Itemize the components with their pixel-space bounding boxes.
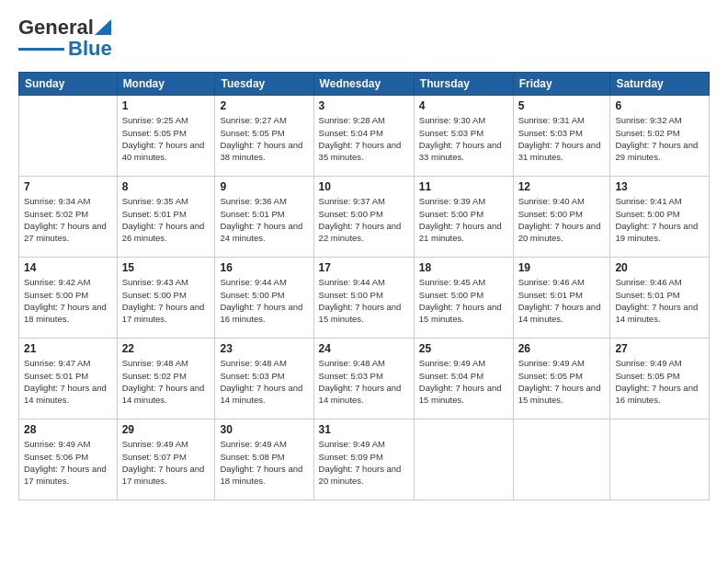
day-number: 18 xyxy=(419,261,508,274)
logo-general-text: General xyxy=(18,17,94,38)
day-detail: Sunrise: 9:49 AM Sunset: 5:07 PM Dayligh… xyxy=(122,438,210,487)
day-number: 27 xyxy=(615,342,704,355)
day-number: 1 xyxy=(122,99,210,112)
calendar-cell: 20Sunrise: 9:46 AM Sunset: 5:01 PM Dayli… xyxy=(610,258,710,339)
day-detail: Sunrise: 9:32 AM Sunset: 5:02 PM Dayligh… xyxy=(615,114,704,163)
day-number: 31 xyxy=(319,423,409,436)
day-number: 2 xyxy=(220,99,308,112)
day-detail: Sunrise: 9:39 AM Sunset: 5:00 PM Dayligh… xyxy=(419,195,508,244)
calendar-cell: 29Sunrise: 9:49 AM Sunset: 5:07 PM Dayli… xyxy=(117,419,215,500)
logo: General Blue xyxy=(18,17,112,61)
col-header-thursday: Thursday xyxy=(414,73,513,96)
day-number: 23 xyxy=(220,342,308,355)
day-number: 10 xyxy=(319,180,409,193)
day-number: 7 xyxy=(24,180,112,193)
calendar-cell: 7Sunrise: 9:34 AM Sunset: 5:02 PM Daylig… xyxy=(19,177,118,258)
logo-triangle-icon xyxy=(95,17,111,35)
day-detail: Sunrise: 9:46 AM Sunset: 5:01 PM Dayligh… xyxy=(615,276,704,325)
day-detail: Sunrise: 9:49 AM Sunset: 5:05 PM Dayligh… xyxy=(518,357,606,406)
svg-marker-0 xyxy=(95,19,111,35)
calendar-cell: 8Sunrise: 9:35 AM Sunset: 5:01 PM Daylig… xyxy=(117,177,215,258)
calendar-cell: 3Sunrise: 9:28 AM Sunset: 5:04 PM Daylig… xyxy=(313,96,414,177)
day-detail: Sunrise: 9:44 AM Sunset: 5:00 PM Dayligh… xyxy=(319,276,409,325)
day-detail: Sunrise: 9:46 AM Sunset: 5:01 PM Dayligh… xyxy=(518,276,606,325)
day-number: 26 xyxy=(518,342,606,355)
calendar-cell: 1Sunrise: 9:25 AM Sunset: 5:05 PM Daylig… xyxy=(117,96,215,177)
day-detail: Sunrise: 9:49 AM Sunset: 5:08 PM Dayligh… xyxy=(220,438,308,487)
calendar-cell: 21Sunrise: 9:47 AM Sunset: 5:01 PM Dayli… xyxy=(19,339,118,419)
day-number: 14 xyxy=(24,261,112,274)
day-number: 3 xyxy=(319,99,409,112)
day-number: 20 xyxy=(615,261,704,274)
calendar-cell: 11Sunrise: 9:39 AM Sunset: 5:00 PM Dayli… xyxy=(414,177,513,258)
day-detail: Sunrise: 9:44 AM Sunset: 5:00 PM Dayligh… xyxy=(220,276,308,325)
day-detail: Sunrise: 9:42 AM Sunset: 5:00 PM Dayligh… xyxy=(24,276,112,325)
day-number: 19 xyxy=(518,261,606,274)
day-detail: Sunrise: 9:30 AM Sunset: 5:03 PM Dayligh… xyxy=(419,114,508,163)
calendar-cell: 4Sunrise: 9:30 AM Sunset: 5:03 PM Daylig… xyxy=(414,96,513,177)
day-detail: Sunrise: 9:35 AM Sunset: 5:01 PM Dayligh… xyxy=(122,195,210,244)
calendar-cell: 26Sunrise: 9:49 AM Sunset: 5:05 PM Dayli… xyxy=(513,339,610,419)
day-detail: Sunrise: 9:41 AM Sunset: 5:00 PM Dayligh… xyxy=(615,195,704,244)
day-detail: Sunrise: 9:28 AM Sunset: 5:04 PM Dayligh… xyxy=(319,114,409,163)
day-number: 4 xyxy=(419,99,508,112)
day-number: 17 xyxy=(319,261,409,274)
calendar-cell: 30Sunrise: 9:49 AM Sunset: 5:08 PM Dayli… xyxy=(215,419,313,500)
day-detail: Sunrise: 9:34 AM Sunset: 5:02 PM Dayligh… xyxy=(24,195,112,244)
calendar-cell xyxy=(513,419,610,500)
week-row-2: 14Sunrise: 9:42 AM Sunset: 5:00 PM Dayli… xyxy=(19,258,710,339)
day-number: 12 xyxy=(518,180,606,193)
calendar-cell: 19Sunrise: 9:46 AM Sunset: 5:01 PM Dayli… xyxy=(513,258,610,339)
day-detail: Sunrise: 9:45 AM Sunset: 5:00 PM Dayligh… xyxy=(419,276,508,325)
day-detail: Sunrise: 9:49 AM Sunset: 5:06 PM Dayligh… xyxy=(24,438,112,487)
col-header-wednesday: Wednesday xyxy=(313,73,414,96)
day-detail: Sunrise: 9:49 AM Sunset: 5:05 PM Dayligh… xyxy=(615,357,704,406)
col-header-tuesday: Tuesday xyxy=(215,73,313,96)
day-detail: Sunrise: 9:27 AM Sunset: 5:05 PM Dayligh… xyxy=(220,114,308,163)
calendar-cell: 14Sunrise: 9:42 AM Sunset: 5:00 PM Dayli… xyxy=(19,258,118,339)
calendar-cell: 22Sunrise: 9:48 AM Sunset: 5:02 PM Dayli… xyxy=(117,339,215,419)
calendar-header-row: SundayMondayTuesdayWednesdayThursdayFrid… xyxy=(19,73,710,96)
day-number: 6 xyxy=(615,99,704,112)
calendar-cell: 25Sunrise: 9:49 AM Sunset: 5:04 PM Dayli… xyxy=(414,339,513,419)
calendar-cell: 31Sunrise: 9:49 AM Sunset: 5:09 PM Dayli… xyxy=(313,419,414,500)
day-number: 9 xyxy=(220,180,308,193)
calendar-cell: 17Sunrise: 9:44 AM Sunset: 5:00 PM Dayli… xyxy=(313,258,414,339)
calendar-cell: 23Sunrise: 9:48 AM Sunset: 5:03 PM Dayli… xyxy=(215,339,313,419)
calendar-cell: 15Sunrise: 9:43 AM Sunset: 5:00 PM Dayli… xyxy=(117,258,215,339)
calendar-cell xyxy=(19,96,118,177)
calendar-cell: 9Sunrise: 9:36 AM Sunset: 5:01 PM Daylig… xyxy=(215,177,313,258)
calendar-cell: 10Sunrise: 9:37 AM Sunset: 5:00 PM Dayli… xyxy=(313,177,414,258)
col-header-sunday: Sunday xyxy=(19,73,118,96)
calendar-cell xyxy=(414,419,513,500)
day-number: 24 xyxy=(319,342,409,355)
col-header-saturday: Saturday xyxy=(610,73,710,96)
calendar-cell: 2Sunrise: 9:27 AM Sunset: 5:05 PM Daylig… xyxy=(215,96,313,177)
day-detail: Sunrise: 9:49 AM Sunset: 5:04 PM Dayligh… xyxy=(419,357,508,406)
day-detail: Sunrise: 9:40 AM Sunset: 5:00 PM Dayligh… xyxy=(518,195,606,244)
calendar-cell: 16Sunrise: 9:44 AM Sunset: 5:00 PM Dayli… xyxy=(215,258,313,339)
calendar-cell: 6Sunrise: 9:32 AM Sunset: 5:02 PM Daylig… xyxy=(610,96,710,177)
day-detail: Sunrise: 9:48 AM Sunset: 5:03 PM Dayligh… xyxy=(319,357,409,406)
logo-blue-label: Blue xyxy=(68,37,112,61)
week-row-0: 1Sunrise: 9:25 AM Sunset: 5:05 PM Daylig… xyxy=(19,96,710,177)
day-detail: Sunrise: 9:43 AM Sunset: 5:00 PM Dayligh… xyxy=(122,276,210,325)
day-number: 15 xyxy=(122,261,210,274)
calendar-cell: 12Sunrise: 9:40 AM Sunset: 5:00 PM Dayli… xyxy=(513,177,610,258)
calendar-cell: 24Sunrise: 9:48 AM Sunset: 5:03 PM Dayli… xyxy=(313,339,414,419)
week-row-1: 7Sunrise: 9:34 AM Sunset: 5:02 PM Daylig… xyxy=(19,177,710,258)
calendar-table: SundayMondayTuesdayWednesdayThursdayFrid… xyxy=(18,72,710,500)
day-detail: Sunrise: 9:47 AM Sunset: 5:01 PM Dayligh… xyxy=(24,357,112,406)
day-number: 22 xyxy=(122,342,210,355)
week-row-4: 28Sunrise: 9:49 AM Sunset: 5:06 PM Dayli… xyxy=(19,419,710,500)
day-detail: Sunrise: 9:48 AM Sunset: 5:03 PM Dayligh… xyxy=(220,357,308,406)
day-detail: Sunrise: 9:36 AM Sunset: 5:01 PM Dayligh… xyxy=(220,195,308,244)
day-detail: Sunrise: 9:49 AM Sunset: 5:09 PM Dayligh… xyxy=(319,438,409,487)
calendar-cell: 28Sunrise: 9:49 AM Sunset: 5:06 PM Dayli… xyxy=(19,419,118,500)
day-detail: Sunrise: 9:37 AM Sunset: 5:00 PM Dayligh… xyxy=(319,195,409,244)
day-number: 11 xyxy=(419,180,508,193)
calendar-cell: 27Sunrise: 9:49 AM Sunset: 5:05 PM Dayli… xyxy=(610,339,710,419)
day-number: 30 xyxy=(220,423,308,436)
calendar-cell: 18Sunrise: 9:45 AM Sunset: 5:00 PM Dayli… xyxy=(414,258,513,339)
day-number: 5 xyxy=(518,99,606,112)
